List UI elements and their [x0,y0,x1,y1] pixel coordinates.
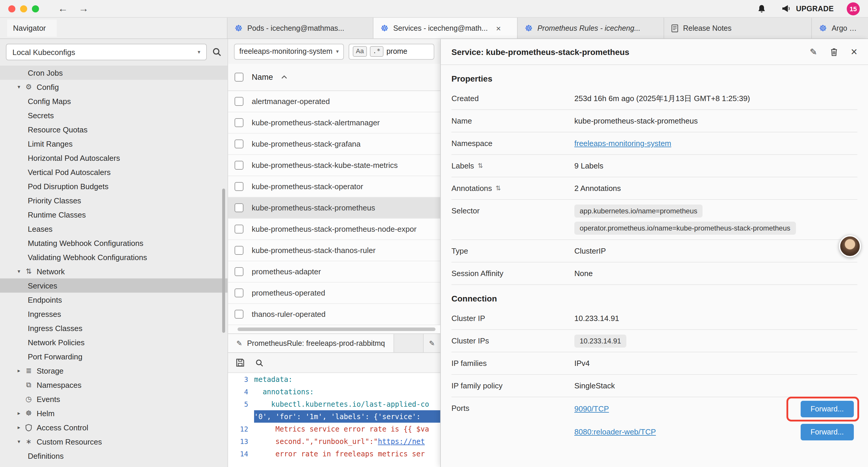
search-icon[interactable] [255,358,264,367]
namespace-link[interactable]: freeleaps-monitoring-system [574,139,671,148]
sidebar-item-port-forwarding[interactable]: Port Forwarding [0,349,227,363]
table-row[interactable]: kube-prometheus-stack-prometheus-node-ex… [228,219,440,240]
row-checkbox[interactable] [235,140,243,148]
notifications-bell-icon[interactable] [757,4,766,13]
line-number: 5 [228,398,254,410]
notification-count-badge[interactable]: 15 [847,2,860,15]
port-link[interactable]: 9090/TCP [574,404,609,413]
chevron-right-icon[interactable]: ▸ [14,425,24,430]
sidebar-item-helm[interactable]: ▸ ☸ Helm [0,406,227,420]
row-checkbox[interactable] [235,203,243,212]
upgrade-button[interactable]: UPGRADE [782,4,834,13]
save-icon[interactable] [236,358,245,367]
select-all-checkbox[interactable] [235,73,243,82]
edit-icon[interactable]: ✎ [810,47,817,57]
table-row[interactable]: prometheus-operated [228,283,440,304]
table-row[interactable]: kube-prometheus-stack-operator [228,176,440,198]
sidebar-item-definitions[interactable]: Definitions [0,449,227,463]
sidebar-item-endpoints[interactable]: Endpoints [0,293,227,307]
zoom-window-button[interactable] [32,5,39,12]
table-row-selected[interactable]: kube-prometheus-stack-prometheus [228,198,440,219]
row-checkbox[interactable] [235,310,243,319]
sidebar-item-leases[interactable]: Leases [0,222,227,236]
kubeconfig-selector[interactable]: Local Kubeconfigs ▾ [6,44,207,60]
chevron-right-icon[interactable]: ▸ [14,410,24,416]
table-row[interactable]: alertmanager-operated [228,91,440,112]
sidebar-item-cron-jobs[interactable]: Cron Jobs [0,66,227,80]
sidebar-item-horizontal-pod-autoscalers[interactable]: Horizontal Pod Autoscalers [0,151,227,165]
namespace-filter-dropdown[interactable]: freeleaps-monitoring-system ▾ [234,43,344,59]
sidebar-item-namespaces[interactable]: ⧉ Namespaces [0,378,227,392]
row-checkbox[interactable] [235,118,243,127]
back-button[interactable]: ← [58,4,68,13]
sidebar-scrollbar[interactable] [222,188,225,333]
table-row[interactable]: kube-prometheus-stack-alertmanager [228,112,440,134]
yaml-editor[interactable]: 3 metadata: 4 annotations: 5 kubectl.kub… [228,373,440,467]
row-checkbox[interactable] [235,225,243,233]
sidebar-item-resource-quotas[interactable]: Resource Quotas [0,122,227,137]
expand-updown-icon[interactable]: ⇅ [495,184,501,192]
regex-toggle[interactable]: .* [370,47,383,56]
forward-button[interactable]: → [79,4,89,13]
sidebar-item-events[interactable]: ◷ Events [0,392,227,406]
tab-services[interactable]: ☸ Services - icecheng@math... × [373,18,518,38]
sidebar-item-network[interactable]: ▾ ⇅ Network [0,264,227,279]
row-checkbox[interactable] [235,97,243,106]
sidebar-item-mutating-webhook-configurations[interactable]: Mutating Webhook Configurations [0,236,227,250]
table-row[interactable]: prometheus-adapter [228,261,440,283]
row-checkbox[interactable] [235,161,243,170]
name-column-header[interactable]: Name [252,73,273,82]
tab-argo[interactable]: ☸ Argo Se... [812,18,868,38]
sidebar-item-pod-disruption-budgets[interactable]: Pod Disruption Budgets [0,179,227,193]
tab-release-notes[interactable]: Release Notes [664,18,812,38]
dock-tab-partial[interactable]: ✎ [423,334,440,352]
row-checkbox[interactable] [235,246,243,255]
tab-close-icon[interactable]: × [496,23,501,33]
avatar[interactable] [839,235,861,257]
row-checkbox[interactable] [235,267,243,276]
search-input[interactable] [386,47,424,56]
tab-pods[interactable]: ☸ Pods - icecheng@mathmas... [227,18,373,38]
search-icon[interactable] [212,47,222,57]
sidebar-item-validating-webhook-configurations[interactable]: Validating Webhook Configurations [0,250,227,264]
sidebar-item-access-control[interactable]: ▸ Access Control [0,420,227,435]
horizontal-scrollbar-thumb[interactable] [238,327,435,331]
sidebar-item-config[interactable]: ▾ ⚙ Config [0,80,227,94]
sidebar-item-ingresses[interactable]: Ingresses [0,307,227,321]
forward-button[interactable]: Forward... [800,424,854,440]
close-icon[interactable]: × [851,46,857,57]
dock-tab-prometheusrule[interactable]: ✎ PrometheusRule: freeleaps-prod-rabbitm… [228,334,394,352]
trash-icon[interactable] [830,48,838,56]
table-row[interactable]: kube-prometheus-stack-kube-state-metrics [228,155,440,176]
sidebar-item-runtime-classes[interactable]: Runtime Classes [0,207,227,222]
detail-row-cluster-ips: Cluster IPs 10.233.14.91 [452,330,857,352]
chevron-down-icon[interactable]: ▾ [14,268,24,274]
sidebar-item-priority-classes[interactable]: Priority Classes [0,193,227,207]
table-row[interactable]: thanos-ruler-operated [228,304,440,325]
match-case-toggle[interactable]: Aa [353,47,367,56]
port-link[interactable]: 8080:reloader-web/TCP [574,428,656,436]
sidebar-item-custom-resources[interactable]: ▾ ∗ Custom Resources [0,435,227,449]
chevron-down-icon[interactable]: ▾ [14,439,24,444]
chevron-right-icon[interactable]: ▸ [14,368,24,374]
chevron-down-icon[interactable]: ▾ [14,84,24,90]
minimize-window-button[interactable] [20,5,27,12]
forward-button[interactable]: Forward... [800,401,854,417]
sidebar-item-secrets[interactable]: Secrets [0,108,227,122]
tab-prometheus-rules[interactable]: ☸ Prometheus Rules - icecheng... [518,18,664,38]
row-checkbox[interactable] [235,289,243,297]
sidebar-item-storage[interactable]: ▸ ≣ Storage [0,363,227,378]
sidebar-item-services[interactable]: Services [0,279,227,293]
table-row[interactable]: kube-prometheus-stack-grafana [228,134,440,155]
sidebar-item-vertical-pod-autoscalers[interactable]: Vertical Pod Autoscalers [0,165,227,179]
close-window-button[interactable] [8,5,16,12]
sidebar-item-config-maps[interactable]: Config Maps [0,94,227,108]
sidebar-item-network-policies[interactable]: Network Policies [0,335,227,349]
sidebar-item-ingress-classes[interactable]: Ingress Classes [0,321,227,335]
row-checkbox[interactable] [235,182,243,191]
expand-updown-icon[interactable]: ⇅ [478,162,483,170]
sidebar-item-limit-ranges[interactable]: Limit Ranges [0,137,227,151]
table-row[interactable]: kube-prometheus-stack-thanos-ruler [228,240,440,261]
document-icon [671,24,678,32]
sort-ascending-icon[interactable] [281,75,287,79]
